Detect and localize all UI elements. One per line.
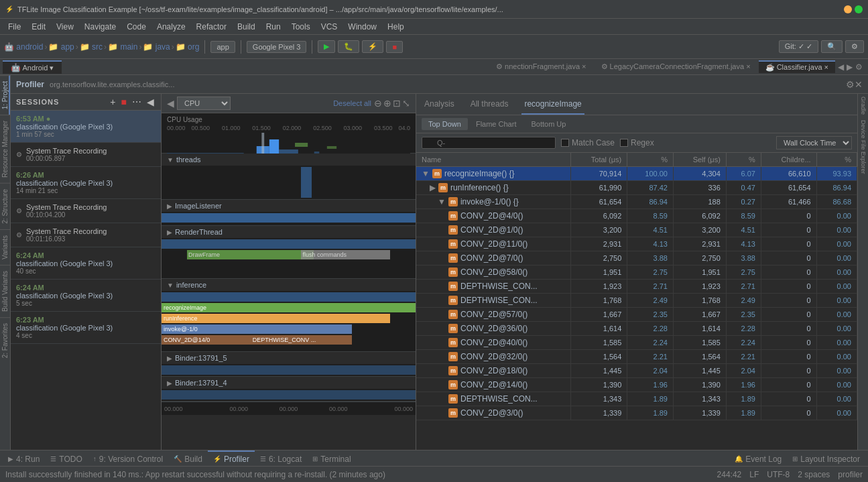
th-self[interactable]: Self (μs) [673,153,726,167]
th-total[interactable]: Total (μs) [570,153,627,167]
table-row[interactable]: m CONV_2D@57/0() 1,6672.351,6672.3500.00 [416,308,857,322]
cpu-back-btn[interactable]: ◀ [167,98,174,109]
thread-header-binder5[interactable]: ▶ Binder:13791_5 [162,352,416,364]
th-name[interactable]: Name [416,153,570,167]
menu-build[interactable]: Build [232,21,261,33]
settings-button[interactable]: ⚙ [845,40,864,53]
table-row[interactable]: m CONV_2D@1/0() 3,2004.513,2004.5100.00 [416,223,857,237]
menu-window[interactable]: Window [343,21,382,33]
menu-edit[interactable]: Edit [26,21,51,33]
menu-help[interactable]: Help [382,21,410,33]
minimize-button[interactable] [844,5,852,13]
tab-legacy-camera[interactable]: ⚙ LegacyCameraConnectionFragment.java × [595,61,757,72]
th-self-pct[interactable]: % [726,153,761,167]
tab-resource-manager[interactable]: Resource Manager [0,115,10,183]
table-row[interactable]: m DEPTHWISE_CON... 1,7682.491,7682.4900.… [416,294,857,308]
bottom-tab-build[interactable]: 🔨 Build [168,450,208,466]
table-row[interactable]: m CONV_2D@4/0() 6,0928.596,0928.5900.00 [416,209,857,223]
menu-file[interactable]: File [3,21,26,33]
prev-session-btn[interactable]: ◀ [145,97,156,107]
table-row[interactable]: m CONV_2D@14/0() 1,3901.961,3901.9600.00 [416,378,857,392]
thread-header-inference[interactable]: ▼ inference [162,279,416,291]
tab-structure[interactable]: 2: Structure [0,183,10,229]
device-dropdown[interactable]: Google Pixel 3 [247,41,307,53]
zoom-fit-btn[interactable]: ⤡ [402,98,410,109]
expand-arrow-1[interactable]: ▶ [430,183,436,192]
zoom-reset-btn[interactable]: ⊡ [393,98,401,109]
session-recording-3[interactable]: ⚙ System Trace Recording 00:01:16.093 [11,223,161,247]
subtab-bottom-up[interactable]: Bottom Up [524,118,572,130]
add-session-btn[interactable]: + [109,97,117,107]
table-row[interactable]: m CONV_2D@3/0() 1,3391.891,3391.8900.00 [416,406,857,420]
tab-android-panel[interactable]: 🤖 Android ▾ [3,60,62,74]
session-item-2[interactable]: 6:26 AM classification (Google Pixel 3) … [11,167,161,199]
tab-favorites[interactable]: 2: Favorites [0,317,10,363]
menu-code[interactable]: Code [121,21,151,33]
tab-project[interactable]: 1: Project [0,75,10,115]
menu-tools[interactable]: Tools [286,21,316,33]
tab-recognizeimage[interactable]: recognizeImage [521,94,584,115]
thread-header-imagelistener[interactable]: ▶ ImageListener [162,200,416,212]
run-button[interactable]: ▶ [318,40,335,53]
maximize-button[interactable] [855,5,863,13]
table-row[interactable]: m CONV_2D@7/0() 2,7503.882,7503.8800.00 [416,251,857,265]
profile-button[interactable]: ⚡ [362,40,383,53]
bottom-tab-todo[interactable]: ☰ TODO [45,450,87,466]
tab-connection-fragment[interactable]: ⚙ nnectionFragment.java × [489,61,593,72]
table-row[interactable]: m DEPTHWISE_CON... 1,9232.711,9232.7100.… [416,280,857,294]
table-row[interactable]: m DEPTHWISE_CON... 1,3431.891,3431.8900.… [416,392,857,406]
more-session-btn[interactable]: ⋯ [131,97,143,107]
cpu-type-select[interactable]: CPU [177,97,231,110]
bottom-tab-run[interactable]: ▶ 4: Run [3,450,45,466]
thread-header-threads[interactable]: ▼ threads [162,154,416,166]
thread-header-renderthread[interactable]: ▶ RenderThread [162,226,416,238]
bottom-tab-layout-inspector[interactable]: ⊞ Layout Inspector [787,450,865,466]
menu-view[interactable]: View [51,21,79,33]
subtab-flame-chart[interactable]: Flame Chart [469,118,523,130]
stop-button[interactable]: ■ [386,41,403,53]
subtab-top-down[interactable]: Top Down [422,118,468,130]
bottom-tab-vcs[interactable]: ↑ 9: Version Control [88,450,168,466]
expand-arrow-0[interactable]: ▼ [422,169,430,178]
menu-navigate[interactable]: Navigate [79,21,121,33]
app-dropdown[interactable]: app [210,41,235,53]
bottom-tab-terminal[interactable]: ⊞ Terminal [307,450,356,466]
match-case-check[interactable] [561,139,569,147]
tab-device-file-explorer[interactable]: Device File Explorer [859,117,868,177]
tab-variants[interactable]: Variants [0,229,10,265]
table-row[interactable]: m CONV_2D@40/0() 1,5852.241,5852.2400.00 [416,336,857,350]
th-children-pct[interactable]: % [816,153,857,167]
search-input[interactable] [422,137,556,149]
match-case-option[interactable]: Match Case [561,138,615,147]
session-recording-2[interactable]: ⚙ System Trace Recording 00:10:04.200 [11,199,161,223]
tab-classifier[interactable]: ☕ Classifier.java × [759,60,835,73]
tab-analysis[interactable]: Analysis [422,94,457,115]
zoom-out-btn[interactable]: ⊖ [374,98,382,109]
search-everywhere-button[interactable]: 🔍 [821,40,843,53]
git-button[interactable]: Git: ✓ ✓ [779,40,818,53]
regex-check[interactable] [620,139,628,147]
bottom-tab-event-log[interactable]: 🔔 Event Log [729,450,787,466]
bottom-tab-profiler[interactable]: ⚡ Profiler [208,450,255,466]
session-item-4[interactable]: 6:24 AM classification (Google Pixel 3) … [11,280,161,312]
thread-header-binder4[interactable]: ▶ Binder:13791_4 [162,377,416,389]
clock-select[interactable]: Wall Clock Time Thread Time [776,136,852,149]
stop-session-btn[interactable]: ■ [120,97,128,107]
profiler-close-btn[interactable]: ✕ [855,79,863,90]
regex-option[interactable]: Regex [620,138,654,147]
table-row[interactable]: ▶ m runInference() {} 61,99087.423360.47… [416,181,857,195]
th-children[interactable]: Childre... [761,153,816,167]
menu-analyze[interactable]: Analyze [151,21,191,33]
menu-refactor[interactable]: Refactor [191,21,232,33]
menu-run[interactable]: Run [261,21,286,33]
session-item-3[interactable]: 6:24 AM classification (Google Pixel 3) … [11,247,161,280]
tab-forward-btn[interactable]: ▶ [847,62,853,72]
table-row[interactable]: m CONV_2D@18/0() 1,4452.041,4452.0400.00 [416,364,857,378]
tab-back-btn[interactable]: ◀ [838,62,844,72]
menu-vcs[interactable]: VCS [316,21,343,33]
profiler-settings-btn[interactable]: ⚙ [846,79,855,90]
session-item-5[interactable]: 6:23 AM classification (Google Pixel 3) … [11,312,161,344]
tab-gradle[interactable]: Gradle [859,94,868,117]
session-recording-1[interactable]: ⚙ System Trace Recording 00:00:05.897 [11,143,161,167]
zoom-in-btn[interactable]: ⊕ [383,98,391,109]
